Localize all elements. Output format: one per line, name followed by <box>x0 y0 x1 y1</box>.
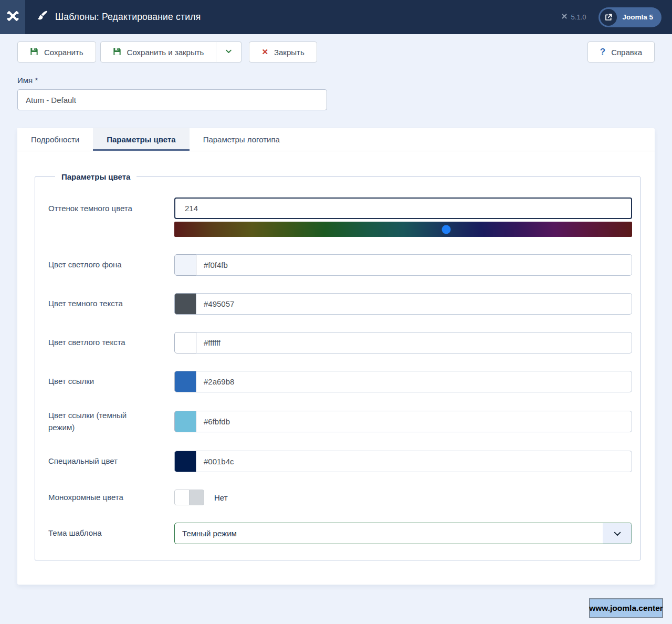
color-row-light-background: Цвет светлого фона #f0f4fb <box>35 254 640 276</box>
color-swatch[interactable] <box>174 254 196 276</box>
joomla-version: 5.1.0 <box>561 13 586 22</box>
color-hex-input[interactable]: #f0f4fb <box>196 254 632 276</box>
save-button-label: Сохранить <box>44 48 83 57</box>
color-swatch[interactable] <box>174 293 196 315</box>
admin-header: Шаблоны: Редактирование стиля 5.1.0 Joom… <box>0 0 672 34</box>
template-theme-row: Тема шаблона Темный режим <box>35 523 640 544</box>
save-close-button-group: Сохранить и закрыть <box>100 41 242 63</box>
tabbar: Подробности Параметры цвета Параметры ло… <box>17 128 655 151</box>
save-close-button-label: Сохранить и закрыть <box>127 48 204 57</box>
template-theme-label: Тема шаблона <box>48 527 102 539</box>
save-button[interactable]: Сохранить <box>17 41 96 63</box>
hue-slider-thumb[interactable] <box>442 225 451 234</box>
color-row-label: Цвет ссылки <box>48 376 94 388</box>
color-row-label: Цвет темного текста <box>48 298 123 310</box>
style-options-card: Подробности Параметры цвета Параметры ло… <box>17 128 655 585</box>
help-button-label: Справка <box>611 48 642 57</box>
color-swatch[interactable] <box>174 332 196 353</box>
save-icon <box>113 47 121 57</box>
color-row-label: Цвет ссылки (темный режим) <box>48 410 148 433</box>
color-hex-input[interactable]: #001b4c <box>196 451 632 472</box>
tab-details[interactable]: Подробности <box>17 128 93 151</box>
color-swatch[interactable] <box>174 411 196 432</box>
help-button[interactable]: ? Справка <box>587 41 655 63</box>
color-row-dark-text: Цвет темного текста #495057 <box>35 293 640 315</box>
joomla5-button[interactable]: Joomla 5 <box>598 7 662 27</box>
close-button[interactable]: ✕ Закрыть <box>249 41 317 63</box>
external-link-icon <box>600 9 617 26</box>
joomla-version-icon <box>561 13 568 22</box>
color-row-label: Цвет светлого текста <box>48 337 125 349</box>
color-hex-input[interactable]: #2a69b8 <box>196 371 632 392</box>
joomla-center-watermark: www.joomla.center <box>589 598 663 618</box>
hue-value-input[interactable] <box>174 197 632 219</box>
color-row-label: Цвет светлого фона <box>48 259 122 271</box>
hue-label: Оттенок темного цвета <box>48 203 132 215</box>
toggle-knob <box>175 490 190 505</box>
name-input[interactable] <box>17 89 327 110</box>
joomla-logo-box[interactable] <box>0 0 25 34</box>
color-hex-input[interactable]: #ffffff <box>196 332 632 353</box>
color-swatch[interactable] <box>174 451 196 472</box>
close-button-label: Закрыть <box>274 48 304 57</box>
hue-row: Оттенок темного цвета <box>35 197 640 237</box>
color-row-label: Специальный цвет <box>48 455 118 467</box>
color-row-light-text: Цвет светлого текста #ffffff <box>35 332 640 353</box>
tab-logo-settings[interactable]: Параметры логотипа <box>190 128 293 151</box>
color-hex-input[interactable]: #6fbfdb <box>196 411 632 432</box>
fieldset-legend: Параметры цвета <box>55 172 136 181</box>
joomla-logo-icon <box>5 8 20 26</box>
color-swatch[interactable] <box>174 371 196 392</box>
monochrome-toggle[interactable] <box>174 490 204 505</box>
save-options-dropdown-button[interactable] <box>216 41 242 63</box>
chevron-down-icon <box>603 523 632 544</box>
paintbrush-icon <box>37 11 48 24</box>
hue-slider[interactable] <box>174 222 632 237</box>
question-mark-icon: ? <box>600 47 605 57</box>
save-icon <box>30 47 38 57</box>
tab-color-settings[interactable]: Параметры цвета <box>93 128 189 151</box>
toolbar: Сохранить Сохранить и закрыть ✕ З <box>0 34 672 63</box>
close-icon: ✕ <box>261 47 268 57</box>
color-row-link-dark-mode: Цвет ссылки (темный режим) #6fbfdb <box>35 410 640 433</box>
color-row-link: Цвет ссылки #2a69b8 <box>35 371 640 392</box>
joomla-version-text: 5.1.0 <box>571 13 586 21</box>
monochrome-row: Монохромные цвета Нет <box>35 490 640 505</box>
monochrome-label: Монохромные цвета <box>48 492 123 504</box>
template-theme-select[interactable]: Темный режим <box>174 523 632 544</box>
template-theme-selected-value: Темный режим <box>175 529 603 538</box>
page-title: Шаблоны: Редактирование стиля <box>55 12 201 23</box>
save-close-button[interactable]: Сохранить и закрыть <box>100 41 217 63</box>
color-settings-fieldset: Параметры цвета Оттенок темного цвета Цв… <box>35 172 640 560</box>
joomla5-button-label: Joomla 5 <box>622 13 653 21</box>
color-hex-input[interactable]: #495057 <box>196 293 632 315</box>
name-field-label: Имя * <box>17 76 655 85</box>
chevron-down-icon <box>225 47 233 57</box>
color-row-special: Специальный цвет #001b4c <box>35 451 640 472</box>
monochrome-state-text: Нет <box>214 493 228 502</box>
